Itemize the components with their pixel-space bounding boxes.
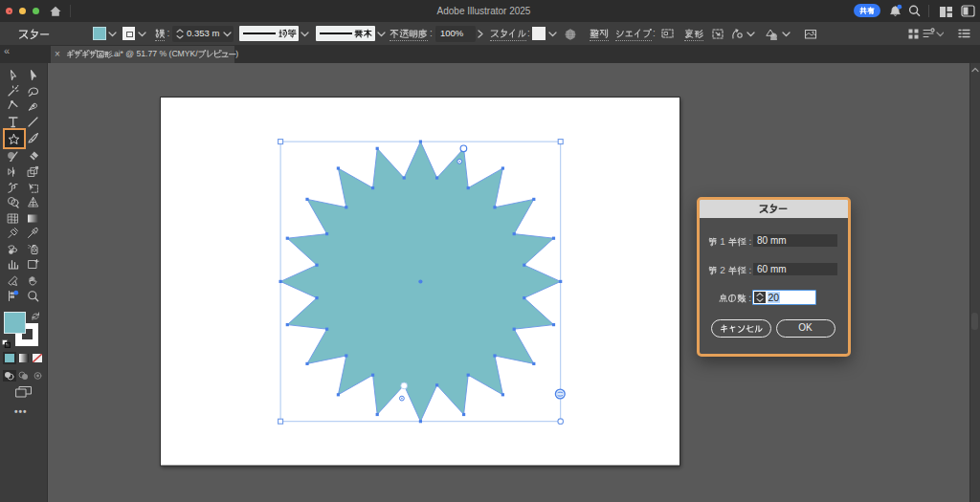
svg-text::: : <box>746 294 751 303</box>
svg-text::: : <box>746 266 751 275</box>
svg-text:2: 2 <box>717 266 727 275</box>
svg-text:1: 1 <box>717 237 727 247</box>
svg-text::: : <box>746 237 751 247</box>
